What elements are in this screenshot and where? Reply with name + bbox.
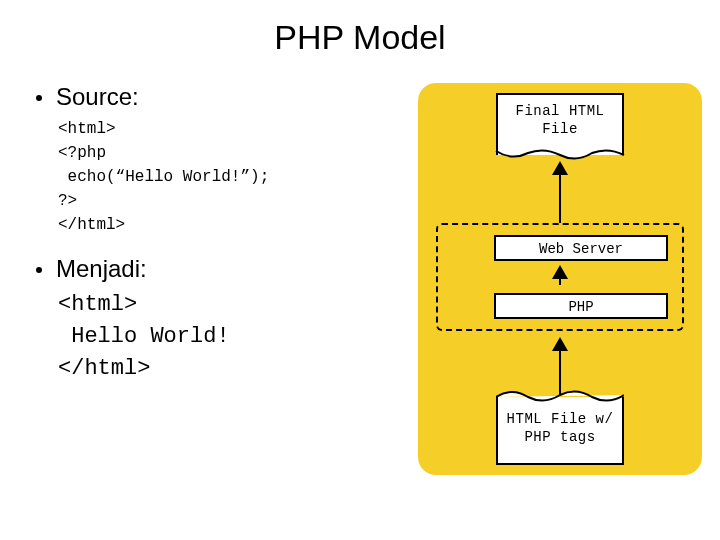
left-column: Source: <html> <?php echo(“Hello World!”… (0, 83, 418, 475)
arrow-up-icon (559, 339, 561, 395)
arrow-up-small-icon (559, 267, 561, 285)
source-label: Source: (56, 83, 139, 111)
arrow-up-icon (559, 163, 561, 223)
final-html-doc: Final HTML File (496, 93, 624, 155)
bullet-dot-icon (36, 267, 42, 273)
slide-body: Source: <html> <?php echo(“Hello World!”… (0, 83, 720, 475)
php-diagram: Final HTML File Web Server PHP (418, 83, 702, 475)
php-box: PHP (494, 293, 668, 319)
menjadi-label: Menjadi: (56, 255, 147, 283)
bullet-result: Menjadi: (36, 255, 408, 283)
source-html-label: HTML File w/ PHP tags (498, 397, 622, 446)
result-code-block: <html> Hello World! </html> (58, 289, 408, 385)
right-column: Final HTML File Web Server PHP (418, 83, 720, 475)
final-html-label: Final HTML File (498, 95, 622, 138)
source-code-block: <html> <?php echo(“Hello World!”); ?> </… (58, 117, 408, 237)
source-html-doc: HTML File w/ PHP tags (496, 397, 624, 465)
slide-title: PHP Model (0, 18, 720, 57)
torn-edge-icon (496, 389, 624, 403)
bullet-source: Source: (36, 83, 408, 111)
web-server-box: Web Server (494, 235, 668, 261)
bullet-dot-icon (36, 95, 42, 101)
